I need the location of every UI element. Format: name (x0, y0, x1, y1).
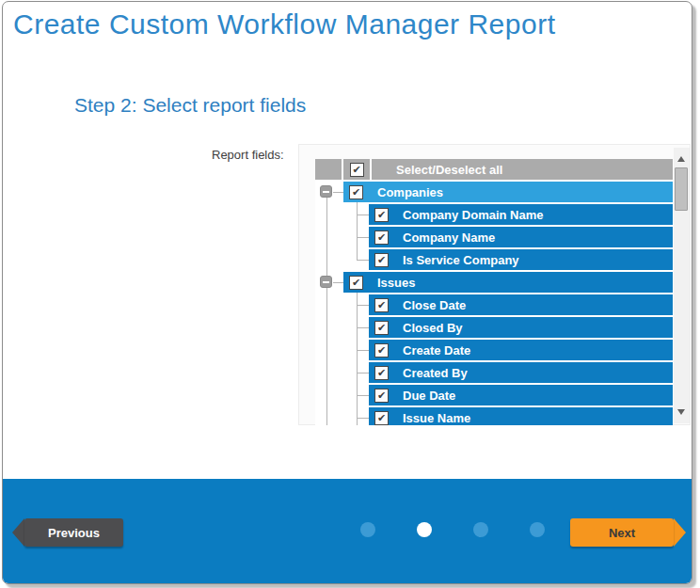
tree-connector-line (326, 192, 327, 425)
report-fields-label: Report fields: (212, 148, 284, 162)
checkbox-checked-icon[interactable]: ✔ (374, 366, 389, 380)
select-all-label: Select/Deselect all (396, 163, 502, 177)
tree-connector-line (357, 305, 369, 306)
tree-field-label: Closed By (403, 321, 463, 335)
tree-group-row[interactable]: ✔Companies (343, 182, 673, 202)
wizard-footer: Previous Next (3, 479, 692, 583)
tree-connector-line (357, 350, 369, 351)
tree-field-label: Issue Name (403, 411, 470, 425)
step-title: Step 2: Select report fields (74, 94, 306, 117)
tree-connector-line (357, 327, 369, 328)
tree-field-label: Company Domain Name (403, 208, 544, 222)
checkbox-checked-icon[interactable]: ✔ (349, 185, 363, 199)
tree-connector-line (357, 395, 369, 396)
tree-field-row[interactable]: ✔Company Name (369, 227, 673, 247)
tree-group-label: Issues (377, 276, 415, 290)
wizard-window: Create Custom Workflow Manager Report St… (2, 1, 692, 584)
checkbox-checked-icon[interactable]: ✔ (374, 343, 389, 358)
tree-connector-line (357, 202, 358, 260)
checkbox-checked-icon[interactable]: ✔ (374, 253, 389, 267)
tree-header-checkbox-cell[interactable]: ✔ (343, 159, 370, 180)
tree-connector-line (357, 260, 369, 261)
tree-field-row[interactable]: ✔Close Date (369, 294, 673, 315)
tree-field-row[interactable]: ✔Is Service Company (369, 249, 673, 270)
tree-field-label: Company Name (403, 230, 495, 245)
tree-header-expander-cell (315, 159, 342, 180)
step-dot-2 (417, 522, 432, 537)
tree-field-row[interactable]: ✔Create Date (369, 340, 673, 360)
tree-connector-line (333, 282, 343, 283)
tree-connector-line (333, 192, 343, 193)
collapse-icon[interactable] (320, 185, 332, 198)
tree-group-row[interactable]: ✔Issues (343, 272, 673, 293)
scroll-down-icon[interactable] (677, 409, 685, 415)
page-title: Create Custom Workflow Manager Report (13, 8, 556, 40)
tree-connector-line (357, 293, 358, 425)
tree-field-row[interactable]: ✔Due Date (369, 385, 673, 405)
tree-connector-line (357, 418, 369, 419)
tree-field-row[interactable]: ✔Company Domain Name (369, 204, 673, 225)
tree-rows: ✔Select/Deselect all✔Companies✔Company D… (315, 159, 673, 425)
tree-field-row[interactable]: ✔Closed By (369, 317, 673, 338)
scrollbar-thumb[interactable] (675, 167, 688, 211)
step-dot-1 (360, 522, 375, 537)
checkbox-checked-icon[interactable]: ✔ (350, 163, 364, 177)
checkbox-checked-icon[interactable]: ✔ (374, 321, 389, 335)
checkbox-checked-icon[interactable]: ✔ (374, 230, 389, 245)
tree-field-row[interactable]: ✔Issue Name (369, 407, 673, 425)
vertical-scrollbar[interactable] (674, 148, 690, 423)
tree-connector-line (357, 373, 369, 373)
tree-group-label: Companies (377, 185, 443, 199)
tree-connector-line (357, 237, 369, 238)
checkbox-checked-icon[interactable]: ✔ (349, 276, 363, 290)
tree-field-row[interactable]: ✔Created By (369, 362, 673, 383)
checkbox-checked-icon[interactable]: ✔ (374, 389, 389, 403)
next-button-label: Next (570, 518, 674, 547)
tree-field-label: Is Service Company (403, 253, 519, 267)
step-dot-4 (530, 522, 545, 537)
tree-connector-line (357, 215, 369, 215)
checkbox-checked-icon[interactable]: ✔ (374, 298, 389, 312)
arrow-right-icon (674, 518, 686, 547)
next-button[interactable]: Next (570, 518, 686, 547)
tree-header-select-all[interactable]: Select/Deselect all (372, 159, 673, 180)
scroll-up-icon[interactable] (677, 156, 685, 162)
tree-field-label: Due Date (403, 389, 455, 403)
collapse-icon[interactable] (320, 276, 332, 288)
checkbox-checked-icon[interactable]: ✔ (374, 208, 389, 222)
checkbox-checked-icon[interactable]: ✔ (374, 411, 389, 425)
tree-field-label: Created By (403, 366, 468, 380)
tree-field-label: Close Date (403, 298, 466, 312)
step-dot-3 (473, 522, 488, 537)
tree-field-label: Create Date (403, 343, 470, 358)
report-fields-tree: ✔Select/Deselect all✔Companies✔Company D… (298, 144, 691, 425)
